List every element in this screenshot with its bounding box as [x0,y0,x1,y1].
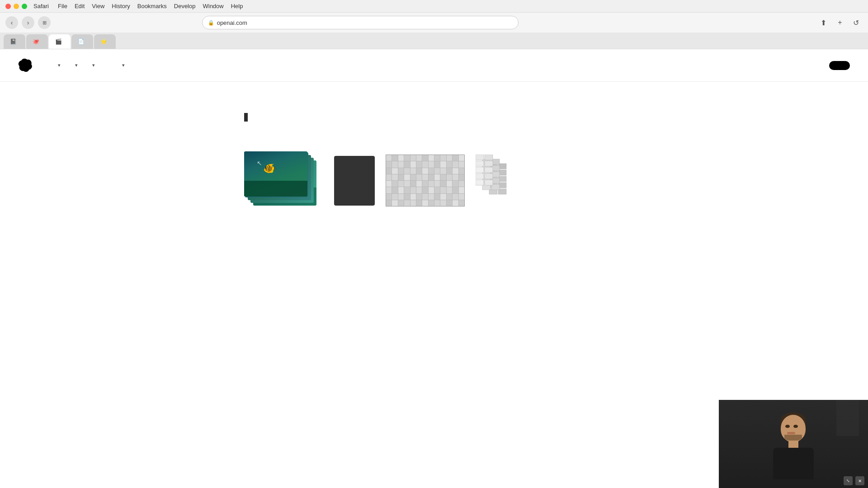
tab-favicon-gpt: 🐙 [33,38,39,45]
menu-file[interactable]: File [58,3,67,9]
mac-menu[interactable]: File Edit View History Bookmarks Develop… [58,3,243,9]
patch-cell [429,161,434,167]
lock-icon: 🔒 [208,20,214,26]
patch-cell [447,181,452,187]
try-chatgpt-button[interactable] [829,61,850,70]
patch-cell [434,161,440,167]
nav-right [795,61,850,70]
eye-right [793,425,798,428]
menu-edit[interactable]: Edit [75,3,85,9]
patch-cell [404,174,410,180]
nav-research[interactable]: ▾ [51,59,66,72]
patch-cell [392,200,397,206]
patch-cell [434,168,440,174]
patch-cell [440,155,446,161]
menu-view[interactable]: View [92,3,104,9]
video-controls[interactable]: ⤡ ✕ [844,476,864,485]
patch-cell [459,168,464,174]
new-tab-button[interactable]: + [834,16,846,29]
patch-cell [416,200,422,206]
patch-cell [434,200,440,206]
patch-cell [459,181,464,187]
main-nav: ▾ ▾ ▾ ▾ [51,59,795,72]
patch-cell [447,194,452,200]
patch-cell [386,161,392,167]
openai-logo[interactable] [18,58,36,73]
tab-jupyter[interactable]: 📓 [4,34,25,49]
maximize-window-btn[interactable] [22,4,27,9]
menu-history[interactable]: History [112,3,130,9]
patch-cell [453,161,458,167]
svg-rect-22 [476,161,484,166]
menu-window[interactable]: Window [203,3,223,9]
close-window-btn[interactable] [5,4,11,9]
patch-cell [392,187,397,193]
browser-actions: ⬆ + ↺ [817,16,863,29]
patch-cell [447,200,452,206]
patch-cell [429,187,434,193]
browser-chrome: ‹ › ⊞ 🔒 openai.com ⬆ + ↺ 📓 🐙 🎬 📄 [0,13,868,49]
nav-chatgpt[interactable]: ▾ [85,59,100,72]
nav-api[interactable]: ▾ [68,59,83,72]
patch-cell [398,194,404,200]
patch-cell [410,174,416,180]
patch-cell [440,161,446,167]
svg-rect-28 [476,180,484,185]
paragraph-1 [244,111,624,124]
back-button[interactable]: ‹ [5,16,18,29]
address-bar[interactable]: 🔒 openai.com [202,16,519,29]
browser-toolbar: ‹ › ⊞ 🔒 openai.com ⬆ + ↺ [0,13,868,33]
patch-cell [404,155,410,161]
patch-cell [459,200,464,206]
patch-cell [453,168,458,174]
sidebar-toggle-button[interactable]: ⊞ [38,16,51,29]
patch-cell [404,194,410,200]
svg-rect-26 [476,174,484,179]
patch-cell [404,181,410,187]
menu-help[interactable]: Help [231,3,243,9]
search-button[interactable] [795,62,802,69]
fish-icon: 🐠 [263,163,275,174]
patch-cell [422,200,428,206]
patches-2d-grid: // Generate grid cells inline const grid… [386,155,465,206]
nav-safety[interactable] [102,62,113,69]
video-overlay: ⤡ ✕ [719,400,868,488]
tab-gpt[interactable]: 🐙 [26,34,48,49]
patch-cell [398,187,404,193]
patch-cell [453,200,458,206]
patch-cell [410,194,416,200]
menu-bookmarks[interactable]: Bookmarks [137,3,167,9]
menu-develop[interactable]: Develop [174,3,196,9]
nav-company[interactable]: ▾ [115,59,130,72]
tab-video-gen[interactable]: 🎬 [49,34,71,49]
patches-grid-item: // Generate grid cells inline const grid… [386,155,465,206]
patch-cell [392,161,397,167]
pip-resize-button[interactable]: ⤡ [844,476,853,485]
patch-cell [416,174,422,180]
tab-summary[interactable]: ⭐ [94,34,116,49]
patch-cell [422,155,428,161]
tab-favicon-transformers: 📄 [78,38,84,45]
share-button[interactable]: ⬆ [817,16,830,29]
patches-diagram: 🐠 ↖ // Generate grid cells inline [244,142,624,219]
reload-button[interactable]: ↺ [850,16,863,29]
minimize-window-btn[interactable] [14,4,19,9]
forward-button[interactable]: › [22,16,34,29]
patches-3d [476,155,521,206]
mac-app-name: Safari [33,3,49,9]
svg-rect-27 [485,174,493,179]
svg-rect-23 [485,161,493,166]
person-head [781,415,806,442]
patches-3d-svg [476,155,521,206]
chevron-down-icon-api: ▾ [75,62,78,68]
mac-window-controls[interactable] [5,4,27,9]
patch-cell [434,155,440,161]
patch-cell [447,155,452,161]
patch-cell [459,155,464,161]
pip-close-button[interactable]: ✕ [855,476,864,485]
patch-cell [392,194,397,200]
patch-cell [422,168,428,174]
shelf-bg [836,400,859,436]
tab-transformers[interactable]: 📄 [71,34,93,49]
login-button[interactable] [809,62,822,69]
